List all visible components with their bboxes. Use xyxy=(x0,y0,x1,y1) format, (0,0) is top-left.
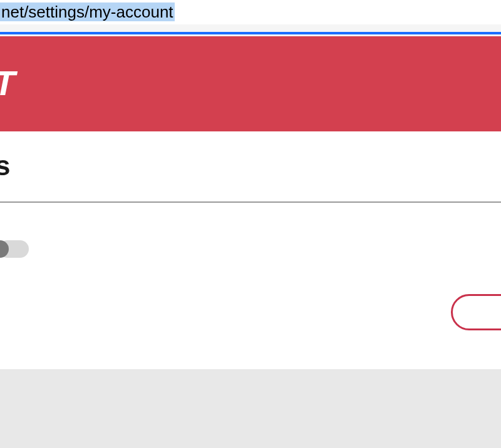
toggle-knob xyxy=(0,240,9,258)
main-content: s xyxy=(0,131,501,369)
action-button[interactable] xyxy=(451,294,501,330)
section-divider xyxy=(0,201,501,203)
url-text: net/settings/my-account xyxy=(0,3,175,21)
footer xyxy=(0,369,501,448)
focus-indicator xyxy=(0,32,501,34)
setting-toggle-row xyxy=(0,240,501,258)
address-bar[interactable]: net/settings/my-account xyxy=(0,0,501,24)
logo: T xyxy=(0,63,15,103)
site-header: T xyxy=(0,36,501,131)
page-title: s xyxy=(0,150,496,181)
toggle-switch[interactable] xyxy=(0,240,29,258)
